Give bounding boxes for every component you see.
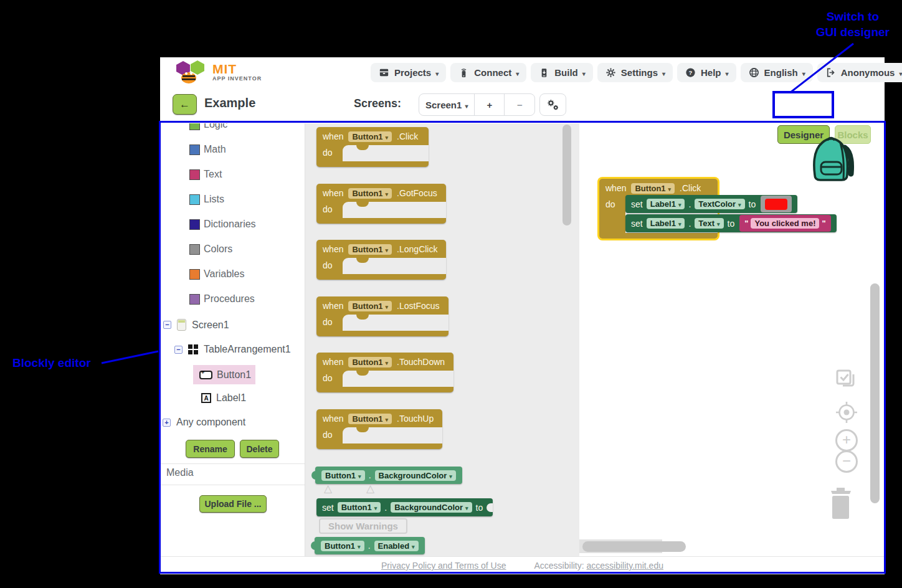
zoom-out-button[interactable]: [835, 450, 858, 473]
upload-file-button[interactable]: Upload File ...: [199, 495, 267, 513]
language-label: English: [764, 67, 798, 78]
palette-item-lists[interactable]: Lists: [189, 194, 224, 205]
component-dropdown[interactable]: Button1: [321, 470, 365, 481]
canvas-when-click-block[interactable]: when Button1 .Click do set Label1 . Text…: [599, 179, 718, 239]
palette-item-colors[interactable]: Colors: [189, 244, 232, 255]
when-click-block[interactable]: when Button1 .Click do: [316, 127, 429, 167]
media-section-header: Media: [166, 467, 194, 478]
getter-enabled-block[interactable]: Button1 . Enabled: [315, 537, 425, 554]
settings-label: Settings: [621, 67, 658, 78]
component-dropdown[interactable]: Button1: [348, 244, 392, 255]
tree-item-label1[interactable]: Label1: [201, 392, 246, 404]
dictionaries-color-swatch: [189, 219, 200, 230]
property-dropdown[interactable]: Text: [695, 218, 723, 229]
privacy-policy-link[interactable]: Privacy Policy and Terms of Use: [381, 561, 506, 571]
set-text-block[interactable]: set Label1 . Text to " You clicked me! ": [625, 214, 837, 232]
component-dropdown[interactable]: Button1: [321, 541, 364, 551]
collapse-icon[interactable]: −: [174, 346, 183, 354]
variables-color-swatch: [189, 269, 200, 280]
when-longclick-block[interactable]: when Button1 .LongClick do: [316, 240, 446, 280]
component-dropdown[interactable]: Label1: [647, 218, 685, 229]
text-string-block[interactable]: " You clicked me! ": [739, 215, 830, 232]
screen-icon: [177, 319, 186, 331]
logo-title: MIT: [212, 63, 262, 75]
main-menu: Projects Connect: [371, 63, 902, 82]
backpack-icon[interactable]: [805, 133, 857, 185]
mit-app-inventor-logo[interactable]: MIT APP INVENTOR: [175, 60, 262, 85]
trash-icon[interactable]: [827, 486, 855, 521]
property-dropdown[interactable]: TextColor: [695, 199, 744, 209]
screenshot-stage: MIT APP INVENTOR Projects: [0, 0, 902, 588]
annotation-line-blockly: [102, 351, 158, 363]
horizontal-scrollbar-thumb[interactable]: [582, 541, 686, 552]
palette-item-logic[interactable]: Logic: [189, 123, 227, 130]
rename-button[interactable]: Rename: [186, 440, 235, 458]
do-slot: [343, 145, 429, 161]
lists-color-swatch: [189, 194, 200, 205]
when-touchdown-block[interactable]: when Button1 .TouchDown do: [316, 353, 453, 392]
component-dropdown[interactable]: Label1: [647, 199, 685, 209]
component-dropdown[interactable]: Button1: [631, 183, 675, 194]
tree-item-button1-selected[interactable]: Button1: [193, 365, 255, 384]
connect-menu-button[interactable]: Connect: [450, 63, 526, 82]
settings-menu-button[interactable]: Settings: [597, 63, 673, 82]
string-value[interactable]: You clicked me!: [751, 218, 819, 229]
property-dropdown[interactable]: BackgroundColor: [391, 502, 472, 513]
delete-button[interactable]: Delete: [240, 440, 279, 458]
project-properties-button[interactable]: [539, 93, 566, 116]
component-dropdown[interactable]: Button1: [348, 414, 392, 424]
divider: [160, 463, 305, 464]
tree-item-any-component[interactable]: + Any component: [163, 417, 245, 428]
palette-item-dictionaries[interactable]: Dictionaries: [189, 219, 256, 230]
palette-item-procedures[interactable]: Procedures: [189, 293, 255, 305]
getter-backgroundcolor-block[interactable]: Button1 . BackgroundColor: [315, 467, 462, 484]
component-dropdown[interactable]: Button1: [338, 502, 381, 513]
when-lostfocus-block[interactable]: when Button1 .LostFocus do: [316, 296, 449, 336]
color-value-block[interactable]: [761, 196, 792, 212]
add-screen-button[interactable]: +: [475, 94, 505, 115]
svg-text:?: ?: [689, 69, 693, 76]
component-dropdown[interactable]: Button1: [348, 188, 392, 199]
toggle-all-collapse-icon[interactable]: [835, 369, 858, 390]
expand-icon[interactable]: +: [163, 419, 171, 427]
show-warnings-button[interactable]: Show Warnings: [319, 518, 407, 534]
when-gotfocus-block[interactable]: when Button1 .GotFocus do: [316, 184, 446, 224]
footer: Privacy Policy and Terms of Use Accessib…: [160, 556, 885, 574]
screen-dropdown-value: Screen1: [425, 100, 462, 110]
center-blocks-icon[interactable]: [835, 401, 858, 424]
when-touchup-block[interactable]: when Button1 .TouchUp do: [316, 409, 442, 449]
palette-item-text[interactable]: Text: [189, 169, 222, 180]
component-dropdown[interactable]: Button1: [348, 301, 392, 311]
build-menu-button[interactable]: Build: [531, 63, 593, 82]
tree-item-screen1[interactable]: − Screen1: [163, 319, 229, 331]
component-dropdown[interactable]: Button1: [348, 131, 392, 142]
red-color-swatch: [765, 199, 787, 210]
open-quote: ": [744, 219, 748, 228]
component-dropdown[interactable]: Button1: [348, 357, 392, 368]
account-menu-button[interactable]: Anonymous: [817, 63, 902, 82]
setter-backgroundcolor-block[interactable]: set Button1 . BackgroundColor to: [316, 498, 493, 516]
projects-menu-button[interactable]: Projects: [371, 63, 446, 82]
language-menu-button[interactable]: English: [741, 63, 813, 82]
canvas-scrollbar[interactable]: [870, 283, 880, 503]
collapse-icon[interactable]: −: [163, 321, 171, 329]
chevron-down-icon: [435, 67, 439, 78]
remove-screen-button[interactable]: −: [505, 94, 534, 115]
account-label: Anonymous: [841, 67, 895, 78]
accessibility-link[interactable]: accessibility.mit.edu: [587, 561, 663, 571]
flyout-scrollbar[interactable]: [563, 125, 571, 225]
screen-dropdown[interactable]: Screen1: [419, 94, 475, 115]
palette-item-variables[interactable]: Variables: [189, 268, 245, 280]
property-dropdown[interactable]: BackgroundColor: [375, 470, 456, 481]
app-inventor-window: MIT APP INVENTOR Projects: [160, 57, 885, 574]
property-dropdown[interactable]: Enabled: [374, 541, 419, 551]
blocks-flyout: when Button1 .Click do when Button1 .Got…: [305, 123, 579, 556]
palette-item-math[interactable]: Math: [189, 144, 226, 155]
zoom-in-button[interactable]: [835, 429, 858, 452]
back-button[interactable]: [173, 94, 197, 115]
set-textcolor-block[interactable]: set Label1 . TextColor to: [625, 195, 797, 213]
logic-color-swatch: [189, 123, 200, 130]
label-icon: [201, 393, 211, 403]
help-menu-button[interactable]: ? Help: [677, 63, 736, 82]
tree-item-tablearrangement1[interactable]: − TableArrangement1: [174, 344, 291, 355]
